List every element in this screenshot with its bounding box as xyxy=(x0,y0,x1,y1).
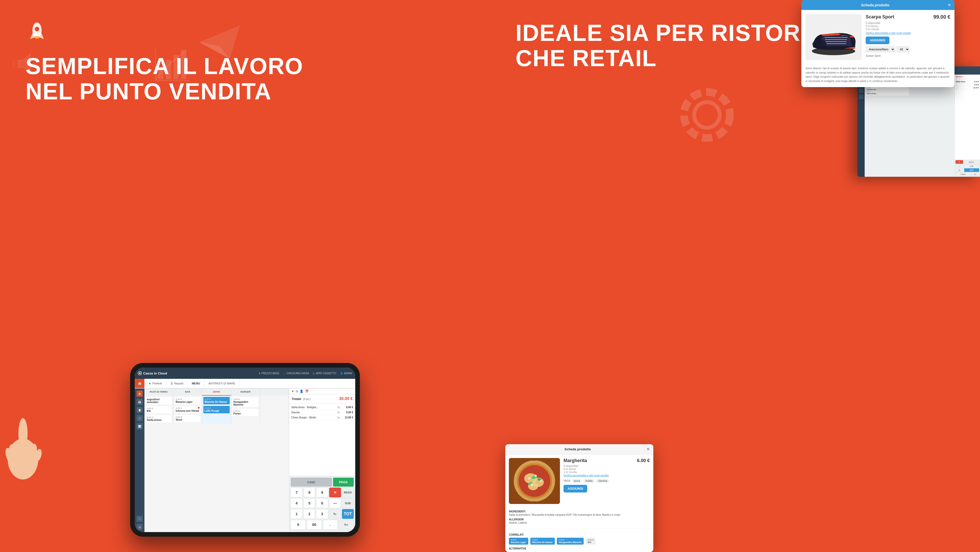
correlati-item-1[interactable]: 6.00 € Blanche De Namur xyxy=(530,538,555,545)
pizza-card-title: Scheda prodotto xyxy=(509,447,646,451)
pizza-tag-0: pizza xyxy=(572,479,582,483)
shoe-add-button[interactable]: AGGIUNGI xyxy=(865,37,889,44)
nav-menu-tab[interactable]: MENU xyxy=(188,379,204,388)
shoe-card-title: Scheda prodotto xyxy=(805,3,945,7)
delete-btn[interactable]: ✕ xyxy=(329,488,341,497)
nav-antipasti-tab[interactable]: ANTIPASTI DI MARE xyxy=(204,379,240,388)
pct-plus-btn[interactable]: %+ xyxy=(339,520,354,530)
pos-nav: 🏠 ★ Preferiti ☰ Reparti MENU ANTIPASTI D… xyxy=(135,379,355,389)
num-1[interactable]: 1 xyxy=(291,509,302,519)
num-9[interactable]: 9 xyxy=(316,488,328,497)
tablet-container: Cassa in Cloud ✦ PREZZO BASE → CHIUSURA … xyxy=(13,363,477,537)
sidebar-tables-icon[interactable]: ⊞ xyxy=(137,415,143,421)
right-pos-bg-sidebar xyxy=(858,75,865,177)
sidebar-stats-icon[interactable]: 📊 xyxy=(137,423,143,429)
product-item[interactable]: 6.00 € Leffe Rouge xyxy=(203,406,230,413)
pos-order-panel: ▼ ⧉ 👤 📅 Totale (3 pz.) 30.00 € xyxy=(289,389,355,532)
close-cash-icon: → xyxy=(283,372,286,375)
shoe-product-card: Scheda prodotto ✕ xyxy=(801,0,955,87)
copy-icon[interactable]: ⧉ xyxy=(296,389,298,393)
num-0[interactable]: 0 xyxy=(291,520,306,530)
pizza-card-header: Scheda prodotto ✕ xyxy=(505,444,653,455)
user-icon[interactable]: 👤 xyxy=(300,389,304,393)
pizza-price: 6.00 € xyxy=(637,458,650,463)
correlati-item-2[interactable]: 9.00 € Hoegaarden Blanche xyxy=(557,538,584,545)
order-title: Totale (3 pz.) xyxy=(292,397,337,401)
product-item[interactable]: 9.00 € Hoegaarden Blanche xyxy=(232,397,259,407)
correlati-item-0[interactable]: 5.00 € Bavaria Lager xyxy=(509,538,528,545)
headline: SEMPLIFICA IL LAVORO NEL PUNTO VENDITA xyxy=(25,54,465,104)
list-icon: ☰ xyxy=(170,382,173,385)
cat-birre[interactable]: BIRRE xyxy=(202,389,231,396)
product-item[interactable]: augustiner weissbier xyxy=(145,397,172,405)
order-item[interactable]: Chees Burger - Medio 1x 13.00 € xyxy=(291,415,354,420)
product-item[interactable]: 6.00 € Blanche De Namur xyxy=(203,397,230,405)
cat-burger[interactable]: BURGER xyxy=(231,389,260,396)
shoe-name: Scarpa Sport xyxy=(865,14,894,20)
left-panel: SEMPLIFICA IL LAVORO NEL PUNTO VENDITA xyxy=(0,0,490,552)
order-item[interactable]: Stella Artois - Bottiglia... 1x 8.00 € xyxy=(291,405,354,410)
shoe-size-select[interactable]: 43 xyxy=(897,46,910,53)
num-7[interactable]: 7 xyxy=(291,488,302,497)
num-00[interactable]: 00 xyxy=(307,520,322,530)
product-col-3: 6.00 € Blanche De Namur 6.00 € Leffe Rou… xyxy=(202,396,231,424)
num-dot[interactable]: . xyxy=(323,520,338,530)
product-item[interactable]: 5.00 € Bavaria Lager xyxy=(174,397,201,405)
cat-pasti[interactable]: PASTI DI TERRA xyxy=(145,389,173,396)
headline-line2: NEL PUNTO VENDITA xyxy=(25,79,465,104)
pizza-stock: 5 disponibili 0 In Arrivo 1 In Uscita Ve… xyxy=(563,464,650,477)
shoe-card-body: Scarpa Sport 99.00 € 0 disponibili 0 In … xyxy=(801,10,955,64)
shoe-price: 99.00 € xyxy=(933,14,950,20)
allergeni-title: ALLERGENI xyxy=(509,518,650,521)
pos-logo-text: Cassa in Cloud xyxy=(143,372,167,375)
num-8[interactable]: 8 xyxy=(304,488,315,497)
open-drawer-btn[interactable]: ⬡ APRI CASSETTO xyxy=(313,372,336,375)
product-item[interactable]: 6.00 € Stout xyxy=(174,415,201,423)
tot-btn[interactable]: TOT xyxy=(342,509,354,519)
num-2[interactable]: 2 xyxy=(304,509,315,519)
sidebar-orders-icon[interactable]: 📋 xyxy=(137,407,143,413)
nav-home-btn[interactable]: 🏠 xyxy=(135,379,145,388)
pizza-tags: TAGS pizza bufala classica xyxy=(563,479,650,483)
dropdown-icon[interactable]: ▼ xyxy=(291,389,294,393)
right-panel: IDEALE SIA PER RISTORAZIONE CHE RETAIL C… xyxy=(490,0,980,552)
product-col-5 xyxy=(260,396,289,424)
pct-minus-btn[interactable]: %- xyxy=(329,509,341,519)
sidebar-barcode-icon[interactable]: ▦ xyxy=(137,524,143,530)
pizza-add-button[interactable]: AGGIUNGI xyxy=(563,485,587,493)
shoe-card-close-btn[interactable]: ✕ xyxy=(948,3,951,7)
svg-point-44 xyxy=(531,483,533,486)
svg-point-22 xyxy=(139,372,141,374)
correlati-item-3[interactable]: 6.00 € IPA xyxy=(586,538,595,545)
pizza-card-close-btn[interactable]: ✕ xyxy=(646,447,650,451)
admin-btn[interactable]: 👤 ADMIN xyxy=(340,372,352,375)
svg-point-16 xyxy=(18,418,27,449)
canc-btn[interactable]: CANC xyxy=(291,478,332,487)
reso-btn[interactable]: RESO xyxy=(342,488,354,497)
sidebar-refresh-icon[interactable]: ↻ xyxy=(137,516,143,522)
close-cash-btn[interactable]: → CHIUSURA CASSA xyxy=(283,372,309,375)
shoe-color-select[interactable]: Arancione/Nero xyxy=(865,46,895,53)
product-item[interactable]: 6.00 € IPA xyxy=(145,406,172,414)
num-3[interactable]: 3 xyxy=(316,509,328,519)
num-5[interactable]: 5 xyxy=(304,498,315,508)
products-grid: augustiner weissbier 6.00 € IPA 8.00 € S… xyxy=(145,396,289,532)
cat-empty xyxy=(260,389,289,396)
paga-btn[interactable]: PAGA xyxy=(333,478,354,487)
minus-btn[interactable]: — xyxy=(329,498,341,508)
pizza-image xyxy=(509,458,560,504)
product-item[interactable]: 8.00 € Stella Artois xyxy=(145,415,172,423)
num-4[interactable]: 4 xyxy=(291,498,302,508)
price-base-btn[interactable]: ✦ PREZZO BASE xyxy=(259,372,280,375)
sidebar-events-icon[interactable]: 📅 xyxy=(137,399,143,405)
sub-btn[interactable]: SUB xyxy=(342,498,354,508)
product-item[interactable]: 6.00 € Porter xyxy=(232,408,259,416)
nav-preferiti-tab[interactable]: ★ Preferiti xyxy=(145,379,166,388)
num-6[interactable]: 6 xyxy=(316,498,328,508)
product-item[interactable]: 4.00 € Ichnusa non filtrata xyxy=(174,406,201,413)
cat-bar[interactable]: BAR xyxy=(173,389,202,396)
sidebar-home-icon[interactable]: 🏠 xyxy=(137,391,143,397)
order-item[interactable]: Diavola 1x 9.00 € xyxy=(291,410,354,415)
nav-reparti-tab[interactable]: ☰ Reparti xyxy=(166,379,188,388)
calendar-icon[interactable]: 📅 xyxy=(305,389,309,393)
